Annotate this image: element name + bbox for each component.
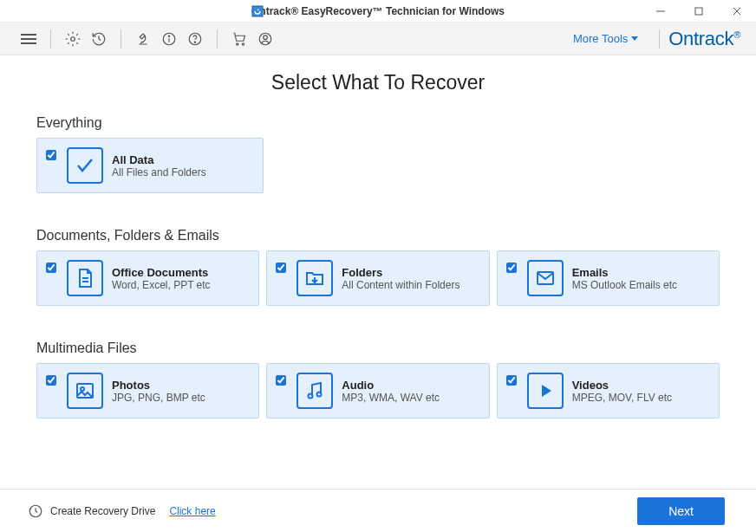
svg-point-13 (194, 42, 195, 42)
create-recovery-label: Create Recovery Drive (50, 505, 155, 517)
microscope-icon[interactable] (135, 31, 151, 47)
toolbar: More Tools Ontrack® (0, 23, 756, 55)
info-icon[interactable] (161, 31, 177, 47)
menu-icon[interactable] (21, 31, 36, 47)
svg-point-14 (237, 42, 238, 44)
checkbox-audio[interactable] (276, 375, 286, 386)
card-title: All Data (112, 153, 206, 166)
checkbox-emails[interactable] (506, 263, 517, 273)
document-icon (67, 260, 103, 296)
click-here-link[interactable]: Click here (169, 505, 215, 517)
user-icon[interactable] (257, 31, 273, 47)
card-all-data[interactable]: All Data All Files and Folders (36, 138, 264, 193)
card-title: Photos (112, 379, 205, 392)
card-sub: All Content within Folders (342, 279, 459, 291)
card-title: Office Documents (112, 266, 211, 279)
card-audio[interactable]: Audio MP3, WMA, WAV etc (266, 363, 489, 418)
chevron-down-icon (631, 36, 638, 41)
window-title: Ontrack® EasyRecovery™ Technician for Wi… (251, 5, 505, 17)
app-icon (251, 5, 264, 17)
card-sub: All Files and Folders (112, 166, 206, 178)
checkbox-all-data[interactable] (46, 150, 56, 160)
section-documents-title: Documents, Folders & Emails (36, 228, 720, 243)
checkbox-photos[interactable] (46, 375, 56, 386)
maximize-button[interactable] (680, 0, 718, 23)
svg-rect-0 (252, 6, 263, 16)
svg-point-24 (81, 387, 84, 391)
svg-point-11 (168, 36, 169, 36)
more-tools-dropdown[interactable]: More Tools (573, 32, 638, 45)
close-button[interactable] (718, 0, 756, 23)
page-title: Select What To Recover (0, 71, 756, 94)
checkmark-icon (67, 147, 103, 184)
card-sub: MPEG, MOV, FLV etc (572, 392, 672, 404)
music-icon (297, 373, 333, 409)
separator (121, 29, 121, 49)
title-bar: Ontrack® EasyRecovery™ Technician for Wi… (0, 0, 756, 23)
separator (217, 29, 218, 49)
card-folders[interactable]: Folders All Content within Folders (266, 250, 489, 306)
svg-marker-27 (542, 385, 551, 397)
card-sub: MS Outlook Emails etc (572, 279, 677, 291)
card-title: Videos (572, 379, 672, 392)
more-tools-label: More Tools (573, 32, 628, 45)
footer: Create Recovery Drive Click here Next (0, 489, 756, 532)
card-sub: JPG, PNG, BMP etc (112, 392, 205, 404)
gear-icon[interactable] (65, 31, 81, 47)
svg-point-25 (309, 394, 313, 399)
recovery-drive-icon (28, 503, 43, 519)
svg-rect-2 (695, 8, 702, 15)
brand-logo: Ontrack® (668, 28, 740, 50)
card-title: Audio (342, 379, 440, 392)
cart-icon[interactable] (231, 31, 247, 47)
history-icon[interactable] (91, 31, 107, 47)
help-icon[interactable] (187, 31, 203, 47)
svg-marker-18 (631, 36, 638, 41)
minimize-button[interactable] (642, 0, 680, 23)
card-sub: Word, Excel, PPT etc (112, 279, 211, 291)
checkbox-folders[interactable] (276, 263, 286, 273)
svg-point-8 (71, 36, 75, 41)
image-icon (67, 373, 103, 409)
folder-download-icon (297, 260, 333, 296)
card-title: Emails (572, 266, 677, 279)
card-title: Folders (342, 266, 459, 279)
svg-point-17 (264, 35, 268, 39)
checkbox-office-documents[interactable] (46, 263, 56, 273)
envelope-icon (527, 260, 564, 296)
card-sub: MP3, WMA, WAV etc (342, 392, 440, 404)
card-videos[interactable]: Videos MPEG, MOV, FLV etc (497, 363, 720, 418)
next-button[interactable]: Next (637, 497, 725, 525)
separator (50, 29, 51, 49)
card-emails[interactable]: Emails MS Outlook Emails etc (497, 250, 720, 306)
card-photos[interactable]: Photos JPG, PNG, BMP etc (36, 363, 259, 418)
checkbox-videos[interactable] (506, 375, 517, 386)
svg-point-26 (317, 393, 322, 397)
card-office-documents[interactable]: Office Documents Word, Excel, PPT etc (36, 250, 259, 306)
section-everything-title: Everything (36, 115, 720, 131)
separator (659, 29, 660, 49)
section-multimedia-title: Multimedia Files (36, 341, 720, 356)
svg-point-15 (242, 42, 244, 44)
play-icon (527, 373, 564, 409)
